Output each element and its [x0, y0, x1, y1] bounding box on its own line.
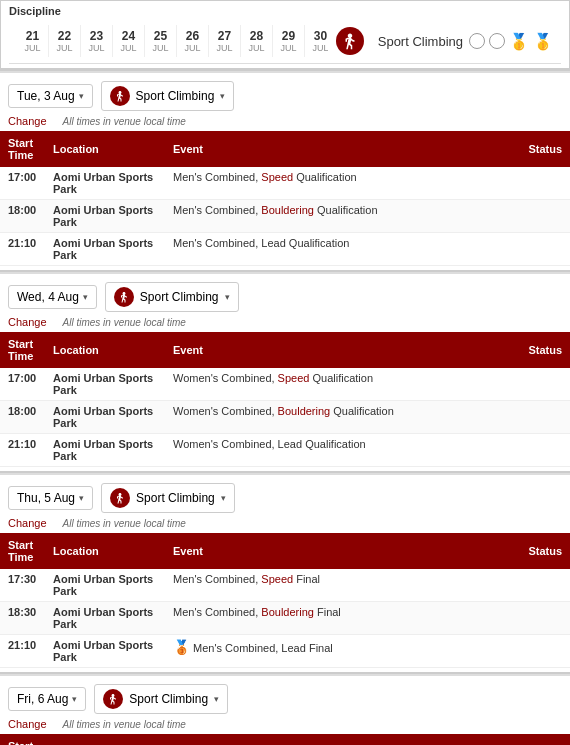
event-post-1-1: Qualification: [330, 405, 394, 417]
event-link-1-0[interactable]: Speed: [278, 372, 310, 384]
event-link-1-1[interactable]: Bouldering: [278, 405, 331, 417]
discipline-btn-label-1: Sport Climbing: [140, 290, 219, 304]
date-col-29-jul[interactable]: 29JUL: [273, 25, 305, 57]
section-2: Thu, 5 Aug ▾ Sport Climbing ▾ Change All…: [0, 471, 570, 668]
discipline-caret-1: ▾: [225, 292, 230, 302]
th-event-1: Event: [165, 332, 515, 368]
date-caret-3: ▾: [72, 694, 77, 704]
date-button-label-2: Thu, 5 Aug: [17, 491, 75, 505]
date-col-23-jul[interactable]: 23JUL: [81, 25, 113, 57]
date-col-30-jul[interactable]: 30JUL: [305, 25, 328, 57]
date-col-22-jul[interactable]: 22JUL: [49, 25, 81, 57]
th-location-3: Location: [45, 734, 165, 745]
discipline-label: Discipline: [9, 5, 561, 17]
th-status-2: Status: [515, 533, 570, 569]
time-cell-0-2: 21:10: [0, 233, 45, 266]
th-time-0: Start Time: [0, 131, 45, 167]
date-button-1[interactable]: Wed, 4 Aug ▾: [8, 285, 97, 309]
date-col-26-jul[interactable]: 26JUL: [177, 25, 209, 57]
change-link-0[interactable]: Change: [8, 115, 47, 127]
discipline-caret-2: ▾: [221, 493, 226, 503]
discipline-button-2[interactable]: Sport Climbing ▾: [101, 483, 235, 513]
location-cell-1-2: Aomi Urban Sports Park: [45, 434, 165, 467]
discipline-btn-label-2: Sport Climbing: [136, 491, 215, 505]
th-status-1: Status: [515, 332, 570, 368]
change-row-0: Change All times in venue local time: [0, 115, 570, 131]
date-button-3[interactable]: Fri, 6 Aug ▾: [8, 687, 86, 711]
event-pre-0-1: Men's Combined,: [173, 204, 261, 216]
event-link-2-0[interactable]: Speed: [261, 573, 293, 585]
date-col-24-jul[interactable]: 24JUL: [113, 25, 145, 57]
location-name-0-2: Aomi Urban Sports Park: [53, 237, 153, 261]
date-button-2[interactable]: Thu, 5 Aug ▾: [8, 486, 93, 510]
event-cell-0-1: Men's Combined, Bouldering Qualification: [165, 200, 515, 233]
table-row: 18:00 Aomi Urban Sports Park Women's Com…: [0, 401, 570, 434]
discipline-button-3[interactable]: Sport Climbing ▾: [94, 684, 228, 714]
location-cell-0-1: Aomi Urban Sports Park: [45, 200, 165, 233]
medal-icon-2: 🥇: [533, 32, 553, 51]
event-link-2-1[interactable]: Bouldering: [261, 606, 314, 618]
section-3: Fri, 6 Aug ▾ Sport Climbing ▾ Change All…: [0, 672, 570, 745]
event-link-0-0[interactable]: Speed: [261, 171, 293, 183]
location-name-0-0: Aomi Urban Sports Park: [53, 171, 153, 195]
disc-icon-2: [110, 488, 130, 508]
location-name-2-2: Aomi Urban Sports Park: [53, 639, 153, 663]
medals-row: 🥇 🥇: [469, 32, 553, 51]
table-row: 21:10 Aomi Urban Sports Park Men's Combi…: [0, 233, 570, 266]
th-time-3: Start Time: [0, 734, 45, 745]
th-event-2: Event: [165, 533, 515, 569]
location-cell-0-2: Aomi Urban Sports Park: [45, 233, 165, 266]
event-cell-1-1: Women's Combined, Bouldering Qualificati…: [165, 401, 515, 434]
discipline-button-1[interactable]: Sport Climbing ▾: [105, 282, 239, 312]
event-post-0-1: Qualification: [314, 204, 378, 216]
date-col-21-jul[interactable]: 21JUL: [17, 25, 49, 57]
event-link-0-1[interactable]: Bouldering: [261, 204, 314, 216]
event-cell-2-2: 🥉 Men's Combined, Lead Final: [165, 635, 515, 668]
status-cell-2-2: [515, 635, 570, 668]
change-link-3[interactable]: Change: [8, 718, 47, 730]
discipline-header: Discipline 21JUL22JUL23JUL24JUL25JUL26JU…: [0, 0, 570, 69]
change-link-1[interactable]: Change: [8, 316, 47, 328]
timezone-note-1: All times in venue local time: [63, 317, 186, 328]
location-cell-1-0: Aomi Urban Sports Park: [45, 368, 165, 401]
time-cell-1-2: 21:10: [0, 434, 45, 467]
event-cell-0-2: Men's Combined, Lead Qualification: [165, 233, 515, 266]
discipline-caret-0: ▾: [220, 91, 225, 101]
event-cell-2-1: Men's Combined, Bouldering Final: [165, 602, 515, 635]
time-cell-0-1: 18:00: [0, 200, 45, 233]
date-col-27-jul[interactable]: 27JUL: [209, 25, 241, 57]
timezone-note-3: All times in venue local time: [63, 719, 186, 730]
discipline-btn-label-0: Sport Climbing: [136, 89, 215, 103]
discipline-btn-label-3: Sport Climbing: [129, 692, 208, 706]
event-post-1-0: Qualification: [309, 372, 373, 384]
event-table-3: Start Time Location Event Status 17:30 A…: [0, 734, 570, 745]
date-col-25-jul[interactable]: 25JUL: [145, 25, 177, 57]
date-col-28-jul[interactable]: 28JUL: [241, 25, 273, 57]
section-1: Wed, 4 Aug ▾ Sport Climbing ▾ Change All…: [0, 270, 570, 467]
th-status-3: Status: [515, 734, 570, 745]
event-table-1: Start Time Location Event Status 17:00 A…: [0, 332, 570, 467]
status-cell-1-2: [515, 434, 570, 467]
location-name-0-1: Aomi Urban Sports Park: [53, 204, 153, 228]
section-header-3: Fri, 6 Aug ▾ Sport Climbing ▾: [0, 674, 570, 718]
discipline-button-0[interactable]: Sport Climbing ▾: [101, 81, 235, 111]
location-cell-1-1: Aomi Urban Sports Park: [45, 401, 165, 434]
th-event-0: Event: [165, 131, 515, 167]
time-cell-2-2: 21:10: [0, 635, 45, 668]
change-row-1: Change All times in venue local time: [0, 316, 570, 332]
event-pre-2-0: Men's Combined,: [173, 573, 261, 585]
location-name-2-1: Aomi Urban Sports Park: [53, 606, 153, 630]
location-cell-2-1: Aomi Urban Sports Park: [45, 602, 165, 635]
discipline-row: 21JUL22JUL23JUL24JUL25JUL26JUL27JUL28JUL…: [9, 19, 561, 64]
disc-icon-3: [103, 689, 123, 709]
location-name-2-0: Aomi Urban Sports Park: [53, 573, 153, 597]
date-caret-2: ▾: [79, 493, 84, 503]
medal-small-2-2: 🥉: [173, 639, 190, 655]
event-post-2-0: Final: [293, 573, 320, 585]
location-name-1-1: Aomi Urban Sports Park: [53, 405, 153, 429]
change-link-2[interactable]: Change: [8, 517, 47, 529]
event-table-2: Start Time Location Event Status 17:30 A…: [0, 533, 570, 668]
date-button-0[interactable]: Tue, 3 Aug ▾: [8, 84, 93, 108]
th-event-3: Event: [165, 734, 515, 745]
table-row: 18:30 Aomi Urban Sports Park Men's Combi…: [0, 602, 570, 635]
